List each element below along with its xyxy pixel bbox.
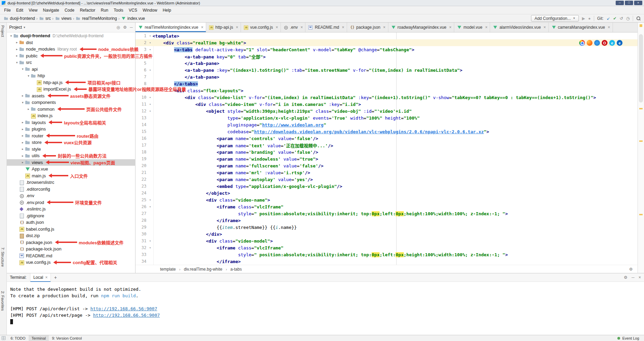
tree-item-readme-md[interactable]: README.md xyxy=(7,253,135,259)
gear-icon[interactable]: ⚙ xyxy=(624,275,628,280)
tree-item-assets[interactable]: ▸assetsassets静态资源文件 xyxy=(7,93,135,99)
tree-item-style[interactable]: ▸style xyxy=(7,146,135,153)
close-icon[interactable]: × xyxy=(639,275,641,280)
chevron-right-icon[interactable]: ▸ xyxy=(15,41,19,44)
status-terminal[interactable]: Terminal xyxy=(29,335,49,341)
menu-refactor[interactable]: Refactor xyxy=(77,7,98,14)
tab-realtimemonitoring-index-vue[interactable]: realTimeMonitoring\index.vue× xyxy=(135,23,206,32)
tree-item-utils[interactable]: ▸utils封装的一些公共函数方法 xyxy=(7,152,135,159)
code-line[interactable]: 5 </a-tab-pane> xyxy=(135,60,638,67)
edge-browser-icon[interactable]: e xyxy=(617,40,622,46)
code-line[interactable]: 19 <param name='windowless' value="true"… xyxy=(135,155,638,162)
chevron-down-icon[interactable]: ▾ xyxy=(9,34,13,38)
tab-cameramanage-index-vue[interactable]: cameraManage\index.vue× xyxy=(549,23,613,32)
menu-file[interactable]: File xyxy=(1,7,13,14)
breadcrumb-index-vue[interactable]: index.vue xyxy=(121,16,145,21)
tree-item-node-modules[interactable]: ▸node_moduleslibrary rootnode_modules依赖 xyxy=(7,46,135,53)
tab-close-icon[interactable]: × xyxy=(608,25,610,30)
tree-item-browserslistrc[interactable]: .browserslistrc xyxy=(7,179,135,186)
code-line[interactable]: 8 </a-tabs> xyxy=(135,80,638,87)
locate-icon[interactable]: ◎ xyxy=(116,25,120,30)
tab-close-icon[interactable]: × xyxy=(342,25,344,30)
git-update-icon[interactable]: ↙ xyxy=(606,16,610,21)
code-line[interactable]: 25▾ <div class="video-name"> xyxy=(135,196,638,203)
toolwindow-7-structure[interactable]: 7: Structure xyxy=(1,247,5,267)
opera-browser-icon[interactable]: O xyxy=(602,40,607,46)
tab-package-json[interactable]: package.json× xyxy=(347,23,388,32)
editor-breadcrumb-div-realtime-bg-white[interactable]: div.realTime.bg-white xyxy=(184,267,223,272)
gear-icon[interactable]: ⚙ xyxy=(123,25,127,30)
inspection-stripe[interactable] xyxy=(638,23,644,273)
chevron-right-icon[interactable]: ▸ xyxy=(15,47,19,51)
code-line[interactable]: 11▾ <div class="video-item" v-for="i in … xyxy=(135,101,638,108)
menu-vcs[interactable]: VCS xyxy=(126,7,140,14)
code-line[interactable]: 24 </object> xyxy=(135,190,638,196)
tab-close-icon[interactable]: × xyxy=(485,25,487,30)
fold-icon[interactable]: ▾ xyxy=(148,41,153,44)
tree-item-gitignore[interactable]: .gitignore xyxy=(7,213,135,219)
menu-window[interactable]: Window xyxy=(140,7,160,14)
tree-item-views[interactable]: ▸viewsview视图、pages页面 xyxy=(7,159,135,166)
tree-item-env[interactable]: .env xyxy=(7,192,135,199)
tree-item-importexcel-js[interactable]: importExcel.js暴露环境变量地址给图片or视频资源路径全局变量 xyxy=(7,86,135,93)
git-commit-icon[interactable]: ✔ xyxy=(613,16,616,21)
code-line[interactable]: 30 </div> xyxy=(135,231,638,237)
tree-item-editorconfig[interactable]: .editorconfig xyxy=(7,186,135,193)
toolwindow-project[interactable]: Project xyxy=(1,25,5,37)
tab-close-icon[interactable]: × xyxy=(276,25,278,30)
breadcrumb-src[interactable]: src xyxy=(39,16,51,21)
menu-run[interactable]: Run xyxy=(98,7,111,14)
tab-readme-md[interactable]: README.md× xyxy=(305,23,347,32)
tree-item-auth-json[interactable]: auth.json xyxy=(7,219,135,226)
close-icon[interactable]: × xyxy=(634,1,642,5)
tree-item-vue-config-js[interactable]: vue.config.jsconfig配置、代理相关 xyxy=(7,259,135,266)
menu-view[interactable]: View xyxy=(26,7,40,14)
gear-icon[interactable]: ⚙ xyxy=(629,267,633,272)
code-line[interactable]: 22 <param name='autoplay' value='yes'/> xyxy=(135,176,638,183)
inspection-status-icon[interactable] xyxy=(640,24,642,27)
code-line[interactable]: 31▾ <div class="video-model"> xyxy=(135,237,638,244)
minimize-icon[interactable]: ─ xyxy=(631,275,634,280)
menu-tools[interactable]: Tools xyxy=(111,7,126,14)
code-line[interactable]: 20 <param name='fullscreen' value='false… xyxy=(135,162,638,169)
breadcrumb-views[interactable]: views xyxy=(55,16,72,21)
tree-item-babel-config-js[interactable]: babel.config.js xyxy=(7,226,135,233)
editor-breadcrumb-a-tabs[interactable]: a-tabs xyxy=(230,267,242,272)
editor-scrollbar[interactable] xyxy=(639,34,643,103)
git-history-icon[interactable]: ◷ xyxy=(626,16,630,21)
chevron-down-icon[interactable]: ▾ xyxy=(24,26,25,29)
tab-alarmvideos-index-vue[interactable]: alarmVideos\index.vue× xyxy=(490,23,548,32)
terminal-link[interactable]: http://192.168.66.56:9007 xyxy=(90,306,157,311)
menu-help[interactable]: Help xyxy=(160,7,174,14)
fold-icon[interactable]: ▾ xyxy=(148,246,153,249)
code-line[interactable]: 33 style=" position:absolute;visibility:… xyxy=(135,251,638,258)
code-line[interactable]: 7 </a-tab-pane> xyxy=(135,73,638,80)
tab-close-icon[interactable]: × xyxy=(383,25,386,30)
tree-item-package-json[interactable]: package.jsonmodules依赖描述文件 xyxy=(7,239,135,246)
tab-close-icon[interactable]: × xyxy=(544,25,546,30)
code-editor[interactable]: 1▾<template>2▾ <div class="realTime bg-w… xyxy=(135,32,638,265)
chevron-down-icon[interactable]: ▾ xyxy=(20,101,25,104)
tree-item-eslintrc-js[interactable]: .eslintrc.js xyxy=(7,206,135,213)
tab-close-icon[interactable]: × xyxy=(201,25,203,30)
code-line[interactable]: 16 <param name='controls' value='false'/… xyxy=(135,135,638,142)
code-line[interactable]: 21 <param name='mrl' :value='i.rtsp'/> xyxy=(135,169,638,176)
code-line[interactable]: 12▾ <object style="width:390px;height:21… xyxy=(135,108,638,114)
fold-icon[interactable]: ▾ xyxy=(148,68,153,72)
chevron-right-icon[interactable]: ▸ xyxy=(20,121,25,124)
warning-mark[interactable] xyxy=(639,108,643,109)
code-line[interactable]: 32▾ <iframe class="vlcIframe" xyxy=(135,244,638,251)
tool-windows-icon[interactable] xyxy=(2,336,5,340)
project-panel-header[interactable]: Project ▾ ◎⚙─ xyxy=(7,23,135,32)
code-line[interactable]: 34 </iframe> xyxy=(135,258,638,265)
tree-item-http-api-js[interactable]: http-api.js项目相关api接口 xyxy=(7,79,135,86)
tree-item-main-js[interactable]: main.js入口文件 xyxy=(7,173,135,179)
chevron-right-icon[interactable]: ▸ xyxy=(26,107,31,111)
tree-item-env-prod[interactable]: .env.prod环境变量文件 xyxy=(7,199,135,206)
terminal-output[interactable]: Note that the development build is not o… xyxy=(7,282,644,335)
breadcrumb-duoji-frontend[interactable]: duoji-frontend xyxy=(3,16,35,21)
code-line[interactable]: 26▾ <iframe class="vlcIframe" xyxy=(135,203,638,210)
safari-browser-icon[interactable] xyxy=(594,40,600,46)
tree-item-public[interactable]: ▸publicpublic资源文件夹，一般放引用的第三方插件 xyxy=(7,53,135,59)
tab-http-api-js[interactable]: http-api.js× xyxy=(206,23,241,32)
